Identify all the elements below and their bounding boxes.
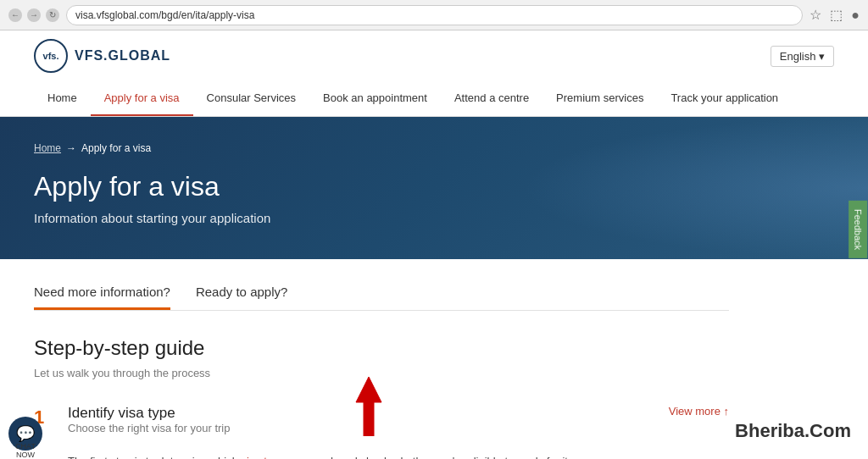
view-more-link[interactable]: View more ↑: [669, 405, 729, 418]
feedback-tab[interactable]: Feedback: [849, 201, 867, 258]
browser-chrome: ← → ↻ visa.vfsglobal.com/bgd/en/ita/appl…: [0, 0, 868, 30]
nav-premium[interactable]: Premium services: [542, 81, 657, 116]
logo-area: vfs. VFS.GLOBAL: [34, 39, 170, 73]
guide-title: Step-by-step guide: [34, 336, 729, 360]
logo-initials: vfs.: [43, 51, 59, 61]
nav-track[interactable]: Track your application: [657, 81, 792, 116]
visa-type-link[interactable]: visa type: [241, 455, 284, 459]
breadcrumb: Home → Apply for a visa: [34, 142, 834, 154]
hero-title: Apply for a visa: [34, 171, 834, 202]
chat-label: CHAT NOW: [8, 442, 42, 459]
content-tabs: Need more information? Ready to apply?: [34, 285, 729, 311]
main-navigation: Home Apply for a visa Consular Services …: [34, 81, 834, 116]
guide-subtitle: Let us walk you through the process: [34, 367, 729, 379]
nav-apply-visa[interactable]: Apply for a visa: [91, 81, 193, 116]
extensions-icon[interactable]: ⬚: [830, 7, 843, 23]
logo-circle: vfs.: [34, 39, 68, 73]
hero-section: Home → Apply for a visa Apply for a visa…: [0, 117, 868, 259]
step-1: 1 Identify visa type Choose the right vi…: [34, 405, 729, 459]
step-desc-1: Choose the right visa for your trip: [68, 422, 230, 434]
hero-subtitle: Information about starting your applicat…: [34, 211, 834, 225]
breadcrumb-current: Apply for a visa: [81, 142, 151, 154]
tab-ready-apply[interactable]: Ready to apply?: [196, 285, 287, 310]
chat-icon: 💬: [16, 424, 35, 443]
step-header-1: Identify visa type Choose the right visa…: [68, 405, 729, 447]
tab-more-info[interactable]: Need more information?: [34, 285, 170, 310]
forward-button[interactable]: →: [27, 8, 41, 22]
header-top: vfs. VFS.GLOBAL English ▾: [34, 30, 834, 81]
nav-consular[interactable]: Consular Services: [193, 81, 310, 116]
nav-appointment[interactable]: Book an appointment: [309, 81, 441, 116]
profile-icon[interactable]: ●: [851, 8, 860, 23]
nav-home[interactable]: Home: [34, 81, 91, 116]
browser-actions: ☆ ⬚ ●: [810, 7, 860, 23]
refresh-button[interactable]: ↻: [46, 8, 59, 22]
url-text: visa.vfsglobal.com/bgd/en/ita/apply-visa: [75, 9, 254, 21]
star-icon[interactable]: ☆: [810, 7, 821, 23]
browser-controls[interactable]: ← → ↻: [8, 8, 59, 22]
breadcrumb-separator: →: [66, 142, 76, 154]
step-body-1: The first step is to determine which vis…: [68, 452, 729, 459]
address-bar[interactable]: visa.vfsglobal.com/bgd/en/ita/apply-visa: [66, 5, 803, 25]
main-content: Need more information? Ready to apply? S…: [0, 259, 763, 459]
back-button[interactable]: ←: [8, 8, 22, 22]
logo-text: VFS.GLOBAL: [75, 48, 170, 64]
step-content-1: Identify visa type Choose the right visa…: [68, 405, 729, 459]
breadcrumb-home[interactable]: Home: [34, 142, 61, 154]
step-titles: Identify visa type Choose the right visa…: [68, 405, 230, 447]
site-header: vfs. VFS.GLOBAL English ▾ Home Apply for…: [0, 30, 868, 117]
language-selector[interactable]: English ▾: [771, 46, 834, 67]
nav-attend[interactable]: Attend a centre: [441, 81, 542, 116]
step-title-1: Identify visa type: [68, 405, 230, 422]
